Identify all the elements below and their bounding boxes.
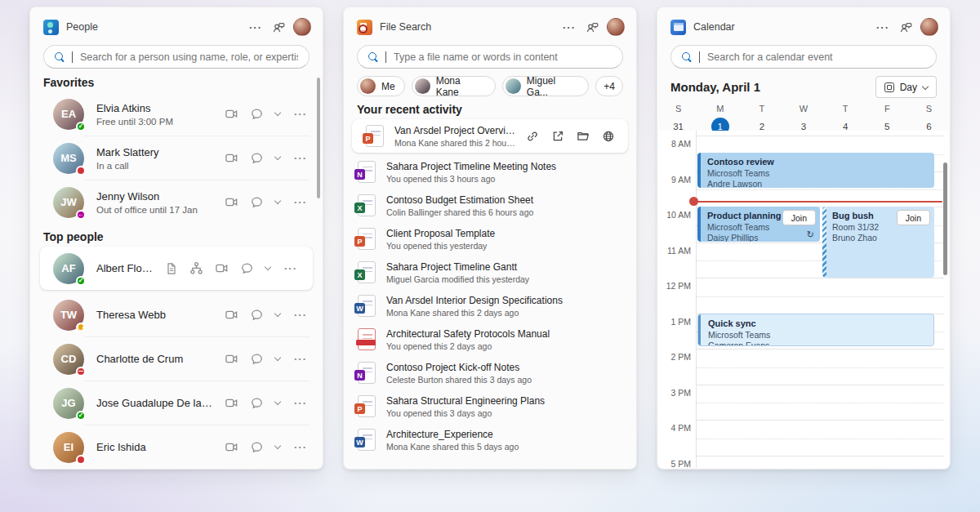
file-row[interactable]: Sahara Structural Engineering Plans You … <box>344 390 636 423</box>
day-schedule-grid[interactable]: 8 AM 9 AM 10 AM 11 AM 12 PM 1 PM 2 PM 3 … <box>658 131 949 468</box>
video-call-icon[interactable] <box>225 396 238 410</box>
file-row[interactable]: Contoso Project Kick-off Notes Celeste B… <box>344 356 636 390</box>
document-icon[interactable] <box>165 262 178 275</box>
people-feedback-icon[interactable] <box>586 20 599 34</box>
user-avatar[interactable] <box>920 18 938 36</box>
presence-busy-icon <box>76 166 86 176</box>
org-chart-icon[interactable] <box>189 261 203 275</box>
event-bug-bush[interactable]: Bug bush Room 31/32 Bruno Zhao Join <box>822 207 934 278</box>
scrollbar[interactable] <box>317 78 320 198</box>
file-search-input[interactable]: Type a file name or words in content <box>357 45 623 69</box>
person-avatar: CD <box>53 344 84 375</box>
person-filter-pill[interactable]: Mona Kane <box>412 76 496 96</box>
video-call-icon[interactable] <box>225 308 238 322</box>
video-call-icon[interactable] <box>215 261 229 275</box>
person-row[interactable]: CD Charlotte de Crum ··· <box>30 337 323 381</box>
event-quick-sync[interactable]: Quick sync Microsoft Teams Cameron Evans <box>697 314 934 346</box>
scrollbar[interactable] <box>943 163 947 275</box>
chevron-down-icon[interactable] <box>265 264 271 270</box>
event-organizer: Bruno Zhao <box>832 233 928 243</box>
more-options-icon[interactable]: ··· <box>560 20 578 34</box>
more-people-pill[interactable]: +4 <box>595 76 623 96</box>
file-row[interactable]: Sahara Project Timeline Gantt Miguel Gar… <box>344 256 636 289</box>
featured-file-card[interactable]: Van Arsdel Project Overview... Mona Kane… <box>352 119 628 153</box>
video-call-icon[interactable] <box>225 151 238 165</box>
file-row[interactable]: Client Proposal Template You opened this… <box>344 222 636 256</box>
person-name: Mark Slattery <box>96 146 212 158</box>
people-feedback-icon[interactable] <box>272 20 286 34</box>
file-meta: You opened this 3 hours ago <box>386 174 626 184</box>
more-options-icon[interactable]: ··· <box>874 20 892 34</box>
event-product-planning[interactable]: Product planning Microsoft Teams Daisy P… <box>697 207 820 242</box>
file-name: Van Arsdel Project Overview... <box>394 125 515 136</box>
chevron-down-icon[interactable] <box>274 310 281 317</box>
video-call-icon[interactable] <box>225 195 238 209</box>
chevron-down-icon[interactable] <box>274 154 281 160</box>
video-call-icon[interactable] <box>225 352 238 366</box>
presence-away-icon <box>76 323 86 332</box>
more-options-icon[interactable]: ··· <box>247 20 265 34</box>
chat-icon[interactable] <box>250 107 264 121</box>
day-view-button[interactable]: Day <box>875 76 937 98</box>
people-feedback-icon[interactable] <box>899 20 913 34</box>
more-actions-icon[interactable]: ··· <box>292 396 310 410</box>
chevron-down-icon[interactable] <box>274 109 281 116</box>
copy-link-icon[interactable] <box>526 130 539 143</box>
chevron-down-icon[interactable] <box>274 398 281 405</box>
person-name: Jose Guadalupe De la Torre <box>96 397 212 409</box>
chat-icon[interactable] <box>250 352 264 366</box>
person-row[interactable]: TW Theresa Webb ··· <box>30 293 323 336</box>
person-row[interactable]: JW Jenny Wilson Out of office until 17 J… <box>30 180 323 224</box>
featured-person-card[interactable]: AF Albert Flores ··· <box>40 247 313 290</box>
chat-icon[interactable] <box>240 261 254 275</box>
onenote-file-icon <box>358 362 376 384</box>
hour-row: 2 PM <box>696 349 944 349</box>
file-row[interactable]: Architectural Safety Protocols Manual Yo… <box>344 323 636 356</box>
hour-row: 12 PM <box>696 278 944 278</box>
more-actions-icon[interactable]: ··· <box>292 195 310 209</box>
more-actions-icon[interactable]: ··· <box>292 151 310 165</box>
person-row[interactable]: MS Mark Slattery In a call ··· <box>30 136 323 180</box>
calendar-search-input[interactable]: Search for a calendar event <box>670 45 937 69</box>
pdf-file-icon <box>358 328 376 350</box>
current-time-line <box>694 201 942 203</box>
chevron-down-icon[interactable] <box>274 354 281 361</box>
person-row[interactable]: EI Eric Ishida ··· <box>30 425 323 469</box>
file-row[interactable]: Sahara Project Timeline Meeting Notes Yo… <box>344 155 636 189</box>
globe-icon[interactable] <box>602 130 615 143</box>
event-contoso-review[interactable]: Contoso review Microsoft Teams Andre Law… <box>697 153 934 188</box>
people-search-input[interactable]: Search for a person using name, role, or… <box>43 45 310 69</box>
person-row[interactable]: EA Elvia Atkins Free until 3:00 PM ··· <box>30 92 323 136</box>
more-actions-icon[interactable]: ··· <box>292 308 310 322</box>
more-actions-icon[interactable]: ··· <box>292 440 310 454</box>
file-row[interactable]: Van Arsdel Interior Design Specification… <box>344 289 636 323</box>
join-button[interactable]: Join <box>897 210 930 225</box>
chevron-down-icon[interactable] <box>274 198 281 204</box>
video-call-icon[interactable] <box>225 107 238 121</box>
share-icon[interactable] <box>551 130 564 143</box>
chat-icon[interactable] <box>250 308 264 322</box>
more-actions-icon[interactable]: ··· <box>292 107 310 121</box>
panel-title: People <box>66 21 98 33</box>
user-avatar[interactable] <box>293 18 311 36</box>
calendar-panel-header: Calendar ··· <box>657 7 950 40</box>
powerpoint-file-icon <box>358 395 376 417</box>
more-actions-icon[interactable]: ··· <box>292 352 310 366</box>
file-row[interactable]: Contoso Budget Estimation Sheet Colin Ba… <box>344 189 636 222</box>
user-avatar[interactable] <box>607 18 625 36</box>
open-folder-icon[interactable] <box>577 130 590 143</box>
file-row[interactable]: Architecture_Experience Mona Kane shared… <box>344 423 636 456</box>
chat-icon[interactable] <box>250 195 264 209</box>
person-filter-pill[interactable]: Me <box>357 76 405 96</box>
chat-icon[interactable] <box>250 440 264 454</box>
chevron-down-icon[interactable] <box>274 443 281 449</box>
more-actions-icon[interactable]: ··· <box>282 261 300 275</box>
person-filter-pill[interactable]: Miguel Ga... <box>502 76 589 96</box>
person-row[interactable]: JG Jose Guadalupe De la Torre ··· <box>30 381 323 425</box>
chevron-down-icon <box>922 82 929 89</box>
video-call-icon[interactable] <box>225 440 238 454</box>
join-button[interactable]: Join <box>782 210 816 225</box>
chat-icon[interactable] <box>250 151 264 165</box>
chat-icon[interactable] <box>250 396 264 410</box>
file-name: Sahara Project Timeline Gantt <box>386 261 626 273</box>
